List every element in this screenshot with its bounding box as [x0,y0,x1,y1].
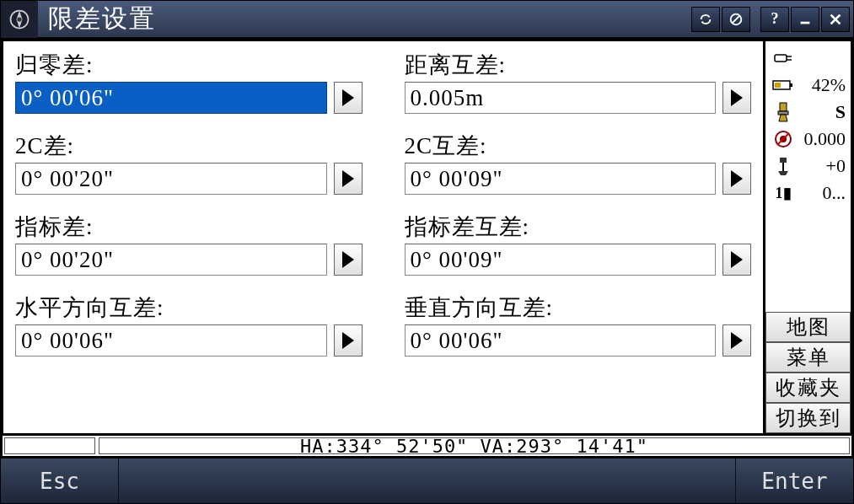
2c-diff-input[interactable]: 0° 00'09" [405,163,717,195]
2c-input[interactable]: 0° 00'20" [15,163,327,195]
count-icon: 1▮ [771,184,796,202]
dropdown-arrow-icon[interactable] [722,324,751,357]
dropdown-arrow-icon[interactable] [722,82,751,114]
field-label: 指标差互差: [405,212,752,242]
help-button[interactable]: ? [760,7,789,32]
status-seg-left [4,437,95,454]
offset-row: +0 [767,153,849,180]
offset-value: +0 [796,155,846,177]
field-index: 指标差: 0° 00'20" [15,212,363,276]
minimize-button[interactable] [791,7,819,32]
svg-rect-14 [778,111,788,115]
power-plug-row [767,45,849,72]
field-horizontal: 水平方向互差: 0° 00'06" [15,292,363,357]
battery-row: 42% [767,72,849,99]
vertical-input[interactable]: 0° 00'06" [405,324,717,357]
field-2c-diff: 2C互差: 0° 00'09" [405,131,752,195]
field-vertical: 垂直方向互差: 0° 00'06" [405,292,752,357]
svg-line-3 [733,15,740,23]
field-label: 2C互差: [405,131,752,161]
dropdown-arrow-icon[interactable] [334,244,363,276]
prism-icon [771,156,796,176]
field-2c: 2C差: 0° 00'20" [15,131,363,195]
svg-rect-12 [775,83,781,88]
field-distance: 距离互差: 0.005m [405,50,752,114]
dist-value: 0.000 [796,128,846,150]
titlebar: 限差设置 ? [1,1,853,38]
target-icon [771,130,796,148]
battery-icon [771,79,796,91]
cancel-icon[interactable] [722,7,750,32]
map-button[interactable]: 地图 [765,312,851,342]
dropdown-arrow-icon[interactable] [334,163,363,195]
count-value: 0... [796,182,846,204]
sync-icon[interactable] [691,7,720,32]
index-input[interactable]: 0° 00'20" [15,244,327,276]
field-label: 距离互差: [405,50,752,80]
field-label: 水平方向互差: [15,292,363,323]
count-row: 1▮ 0... [767,180,849,206]
field-label: 2C差: [15,131,363,161]
dropdown-arrow-icon[interactable] [334,82,363,114]
field-label: 垂直方向互差: [405,292,752,323]
mode-row: S [767,99,849,126]
app-icon [1,1,38,38]
switch-button[interactable]: 切换到 [765,403,851,433]
plug-icon [771,51,796,65]
field-label: 归零差: [15,50,363,80]
distance-input[interactable]: 0.005m [405,82,717,114]
window-title: 限差设置 [38,2,691,36]
field-label: 指标差: [15,212,363,242]
instrument-icon [771,101,796,123]
menu-button[interactable]: 菜单 [765,342,851,373]
form-area: 归零差: 0° 00'06" 2C差: 0° 00'20" 指标差: [1,38,765,436]
svg-rect-4 [801,21,810,24]
enter-button[interactable]: Enter [735,458,853,503]
svg-point-1 [17,17,21,21]
bottombar: Esc Enter [1,458,853,503]
svg-rect-18 [780,158,787,163]
svg-rect-13 [780,103,787,111]
mode-value: S [796,101,846,123]
target-row: 0.000 [767,126,849,153]
dropdown-arrow-icon[interactable] [334,324,363,357]
field-index-diff: 指标差互差: 0° 00'09" [405,212,752,276]
horizontal-input[interactable]: 0° 00'06" [15,324,327,357]
angle-readout: HA:334° 52'50" VA:293° 14'41" [99,437,850,454]
index-diff-input[interactable]: 0° 00'09" [405,244,717,276]
svg-line-17 [777,133,789,145]
svg-rect-11 [790,83,792,87]
svg-rect-7 [775,55,787,62]
field-zero-tolerance: 归零差: 0° 00'06" [15,50,363,114]
close-button[interactable] [821,7,850,32]
favorites-button[interactable]: 收藏夹 [765,373,851,403]
battery-value: 42% [796,74,846,96]
esc-button[interactable]: Esc [1,458,119,503]
zero-tolerance-input[interactable]: 0° 00'06" [15,82,327,114]
dropdown-arrow-icon[interactable] [722,244,751,276]
dropdown-arrow-icon[interactable] [722,163,751,195]
status-sidebar: 42% S 0.000 +0 1▮ 0... [765,38,853,436]
statusbar: HA:334° 52'50" VA:293° 14'41" [1,436,853,458]
